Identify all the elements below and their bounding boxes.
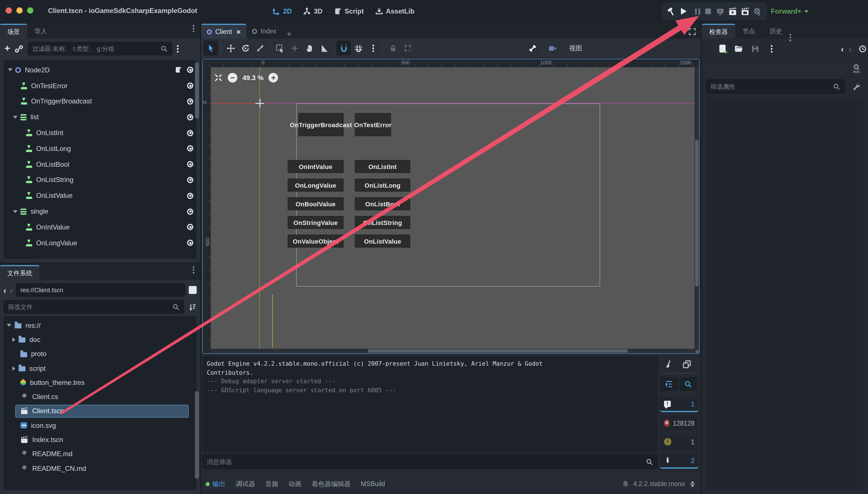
scene-node-Node2D[interactable]: Node2D xyxy=(3,62,197,78)
fs-filter-input[interactable]: 筛选文件 xyxy=(3,300,184,314)
window-close-button[interactable] xyxy=(6,7,12,14)
expand-viewport-button[interactable] xyxy=(688,28,696,36)
canvas-button-OnValueObject[interactable]: OnValueObject xyxy=(288,234,344,248)
visibility-eye-icon[interactable] xyxy=(187,82,193,89)
file-doc[interactable]: doc xyxy=(3,332,197,347)
collapse-messages-button[interactable] xyxy=(660,377,678,391)
scene-tree-menu-icon[interactable] xyxy=(177,48,178,50)
scene-node-OnListLong[interactable]: OnListLong xyxy=(3,141,197,156)
message-count-toggle[interactable]: !1 xyxy=(660,397,698,412)
bottom-tab-着色器编辑器[interactable]: 着色器编辑器 xyxy=(312,480,351,488)
scene-node-single[interactable]: single xyxy=(3,204,197,219)
visibility-eye-icon[interactable] xyxy=(187,130,193,136)
preview-camera-button[interactable] xyxy=(545,41,559,55)
canvas-button-OnListValue[interactable]: OnListValue xyxy=(355,234,410,248)
tab-history[interactable]: 历史 xyxy=(762,24,789,38)
scene-panel-menu-icon[interactable] xyxy=(193,28,194,30)
list-select-tool-button[interactable] xyxy=(272,41,287,55)
visibility-eye-icon[interactable] xyxy=(187,177,193,183)
mode-3d-button[interactable]: 3D xyxy=(303,7,323,15)
snap-options-menu[interactable] xyxy=(366,41,380,55)
smart-snap-button[interactable] xyxy=(336,41,351,55)
chevron-down-icon[interactable] xyxy=(7,324,11,327)
view-menu-button[interactable]: 视图 xyxy=(564,44,586,52)
move-tool-button[interactable] xyxy=(223,41,238,55)
lock-selection-button[interactable] xyxy=(385,41,400,55)
visibility-eye-icon[interactable] xyxy=(187,193,193,199)
movie-maker-button[interactable] xyxy=(752,5,763,18)
canvas-button-OnListLong[interactable]: OnListLong xyxy=(355,178,410,192)
chevron-down-icon[interactable] xyxy=(13,210,18,213)
debug-count-toggle[interactable]: 2 xyxy=(660,453,698,469)
edited-object-bar[interactable] xyxy=(706,60,845,76)
error-count-toggle[interactable]: ✕128128 xyxy=(660,415,698,431)
renderer-selector[interactable]: Forward+ xyxy=(771,0,809,23)
canvas-button-OnBoolValue[interactable]: OnBoolValue xyxy=(288,197,344,210)
scene-node-OnTriggerBroadcast[interactable]: OnTriggerBroadcast xyxy=(3,94,197,109)
play-button[interactable] xyxy=(679,5,689,18)
scene-node-OnTestError[interactable]: OnTestError xyxy=(3,78,197,94)
canvas-button-OnIntValue[interactable]: OnIntValue xyxy=(288,160,344,173)
pause-button[interactable] xyxy=(691,5,701,18)
scene-node-list[interactable]: list xyxy=(3,109,197,125)
file-script[interactable]: script xyxy=(3,361,197,376)
tab-inspector[interactable]: 检查器 xyxy=(702,24,735,38)
visibility-eye-icon[interactable] xyxy=(187,114,193,120)
canvas-button-OnLongValue[interactable]: OnLongValue xyxy=(288,178,344,192)
inspector-menu-icon[interactable] xyxy=(789,37,791,38)
fs-forward-button[interactable]: › xyxy=(9,285,13,295)
chevron-right-icon[interactable] xyxy=(13,338,15,342)
tab-node[interactable]: 节点 xyxy=(735,24,762,38)
window-zoom-button[interactable] xyxy=(27,7,33,14)
output-filter-input[interactable]: 消息筛选 xyxy=(202,454,658,469)
canvas-hscrollbar[interactable] xyxy=(211,349,696,353)
canvas-button-OnListBool[interactable]: OnListBool xyxy=(355,197,410,210)
scene-node-OnListString[interactable]: OnListString xyxy=(3,172,197,188)
bottom-tab-输出[interactable]: 输出 xyxy=(206,480,226,488)
scene-node-OnListInt[interactable]: OnListInt xyxy=(3,125,197,141)
canvas-button-OnStringValue[interactable]: OnStringValue xyxy=(288,216,344,229)
history-back-button[interactable]: ‹ xyxy=(841,44,844,53)
add-node-button[interactable]: + xyxy=(4,43,10,54)
load-resource-button[interactable] xyxy=(733,43,744,54)
zoom-level[interactable]: 49.3 % xyxy=(243,74,264,82)
select-tool-button[interactable] xyxy=(204,41,218,55)
scene-node-OnListValue[interactable]: OnListValue xyxy=(3,188,197,204)
mode-script-button[interactable]: Script xyxy=(334,7,364,15)
skeleton-options-button[interactable] xyxy=(525,41,540,55)
window-minimize-button[interactable] xyxy=(16,7,23,14)
zoom-out-button[interactable]: − xyxy=(228,73,237,82)
play-remote-button[interactable] xyxy=(715,5,726,18)
file-res---[interactable]: res:// xyxy=(3,318,197,332)
inspector-tools-button[interactable] xyxy=(848,80,865,93)
bottom-tab-MSBuild[interactable]: MSBuild xyxy=(361,480,385,487)
resource-options-menu[interactable] xyxy=(766,43,777,54)
search-messages-button[interactable] xyxy=(679,377,697,391)
open-docs-button[interactable] xyxy=(848,62,865,75)
visibility-eye-icon[interactable] xyxy=(187,98,193,104)
visibility-eye-icon[interactable] xyxy=(187,208,193,214)
visibility-eye-icon[interactable] xyxy=(187,67,193,73)
center-view-button[interactable] xyxy=(214,74,223,82)
fs-sort-button[interactable] xyxy=(188,303,197,311)
inspector-filter-input[interactable]: 筛选属性 xyxy=(706,79,845,94)
scene-filter-input[interactable]: 过滤器:名称、 t:类型、 g:分组 xyxy=(28,42,172,55)
file-Client.cs[interactable]: Client.cs xyxy=(3,390,197,404)
script-icon[interactable] xyxy=(175,66,182,74)
file-README-CN.md[interactable]: README_CN.md xyxy=(3,461,197,476)
pan-tool-button[interactable] xyxy=(302,41,316,55)
bell-icon[interactable] xyxy=(621,480,629,488)
scene-tab-client[interactable]: Client × xyxy=(201,24,246,38)
canvas-button-OnTestError[interactable]: OnTestError xyxy=(355,113,391,136)
zoom-in-button[interactable]: + xyxy=(269,73,278,82)
bottom-tab-音频[interactable]: 音频 xyxy=(265,480,278,488)
fs-back-button[interactable]: ‹ xyxy=(3,285,6,295)
canvas-2d[interactable]: OnTriggerBroadcastOnTestErrorOnIntValueO… xyxy=(211,67,700,354)
visibility-eye-icon[interactable] xyxy=(187,161,193,167)
mode-2d-button[interactable]: 2D xyxy=(272,7,292,15)
fs-split-mode-button[interactable] xyxy=(189,286,197,294)
scene-tree-scrollbar[interactable] xyxy=(195,62,199,119)
instance-scene-button[interactable] xyxy=(15,44,23,53)
pivot-tool-button[interactable] xyxy=(287,41,302,55)
build-button[interactable] xyxy=(666,5,676,18)
